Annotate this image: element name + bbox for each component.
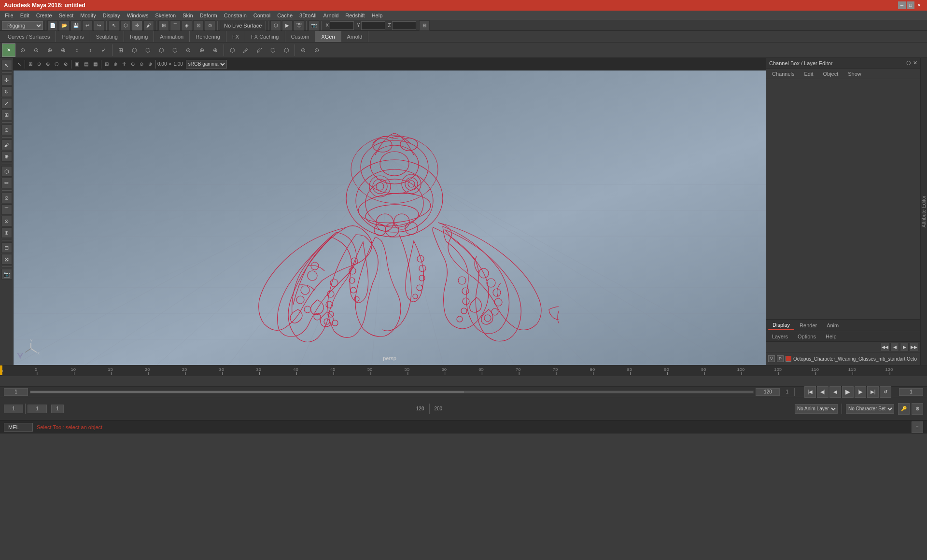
xgen-icon-1[interactable]: ⊙ — [16, 44, 29, 56]
vp-btn-9[interactable]: ⊞ — [103, 61, 111, 67]
layer-color-swatch[interactable] — [786, 356, 791, 362]
menu-deform[interactable]: Deform — [197, 12, 220, 19]
le-subtab-help[interactable]: Help — [822, 333, 841, 340]
xgen-icon-11[interactable]: ⬡ — [155, 44, 168, 56]
tab-sculpting[interactable]: Sculpting — [90, 31, 124, 42]
tab-polygons[interactable]: Polygons — [56, 31, 90, 42]
select-tool-left[interactable]: ↖ — [1, 60, 12, 70]
rotate-left[interactable]: ↻ — [1, 86, 12, 97]
range-slider[interactable] — [30, 391, 754, 393]
frame-input-left[interactable] — [4, 405, 23, 413]
menu-edit[interactable]: Edit — [17, 12, 32, 19]
xgen-icon-16[interactable]: ⬡ — [226, 44, 239, 56]
xgen-icon-22[interactable]: ⊙ — [310, 44, 323, 56]
xgen-icon-6[interactable]: ↕ — [84, 44, 97, 56]
redo-btn[interactable]: ↪ — [94, 20, 104, 31]
menu-windows[interactable]: Windows — [124, 12, 152, 19]
menu-3dtoall[interactable]: 3DtoAll — [296, 12, 319, 19]
xgen-icon-19[interactable]: ⬡ — [267, 44, 279, 56]
lasso-left[interactable]: ⬡ — [1, 166, 12, 177]
camera-btn[interactable]: 📷 — [309, 20, 319, 31]
go-start-btn[interactable]: |◀ — [804, 386, 816, 398]
close-button[interactable]: ✕ — [915, 1, 923, 9]
tab-rigging[interactable]: Rigging — [124, 31, 154, 42]
vp-btn-6[interactable]: ▣ — [73, 61, 81, 67]
snap-curve-btn[interactable]: ⌒ — [170, 20, 181, 31]
le-subtab-layers[interactable]: Layers — [768, 333, 792, 340]
live-surface-label[interactable]: No Live Surface — [220, 21, 266, 30]
xgen-icon-18[interactable]: 🖊 — [253, 44, 266, 56]
snap-grid-btn[interactable]: ⊞ — [158, 20, 169, 31]
tab-custom[interactable]: Custom — [285, 31, 316, 42]
lasso-select-btn[interactable]: ⬡ — [120, 20, 131, 31]
xgen-icon-5[interactable]: ↕ — [70, 44, 83, 56]
vp-btn-11[interactable]: ✛ — [120, 61, 128, 67]
le-tab-display[interactable]: Display — [768, 321, 794, 330]
xgen-icon-3[interactable]: ⊕ — [43, 44, 56, 56]
xgen-icon-8[interactable]: ⊞ — [114, 44, 127, 56]
vp-btn-2[interactable]: ⊙ — [35, 61, 43, 67]
le-prev-btn[interactable]: ◀◀ — [881, 343, 889, 351]
y-coord-input[interactable] — [361, 21, 385, 30]
layer-v-toggle[interactable]: V — [768, 355, 775, 362]
paint-brush-btn[interactable]: 🖌 — [143, 20, 154, 31]
attribute-editor-panel[interactable]: Attribute Editor — [920, 58, 927, 365]
le-next2-btn[interactable]: ▶▶ — [910, 343, 918, 351]
select-tool-btn[interactable]: ↖ — [109, 20, 119, 31]
new-scene-btn[interactable]: 📄 — [47, 20, 58, 31]
vp-btn-7[interactable]: ▤ — [82, 61, 90, 67]
xgen-icon-15[interactable]: ⊕ — [209, 44, 222, 56]
tab-rendering[interactable]: Rendering — [190, 31, 226, 42]
cb-tab-edit[interactable]: Edit — [800, 70, 817, 78]
menu-select[interactable]: Select — [56, 12, 77, 19]
move-left[interactable]: ✛ — [1, 75, 12, 85]
timeline-ruler[interactable]: 1 5 10 15 20 25 30 — [0, 365, 927, 376]
open-scene-btn[interactable]: 📂 — [59, 20, 70, 31]
xgen-icon-14[interactable]: ⊕ — [196, 44, 208, 56]
xgen-icon-0[interactable]: ✕ — [2, 43, 15, 57]
paint-skin-left[interactable]: 🖌 — [1, 140, 12, 150]
menu-skeleton[interactable]: Skeleton — [152, 12, 179, 19]
mel-button[interactable]: MEL — [4, 423, 33, 432]
frame-input-2[interactable] — [28, 405, 47, 413]
xgen-icon-7[interactable]: ✓ — [98, 44, 110, 56]
menu-create[interactable]: Create — [33, 12, 55, 19]
abs-rel-btn[interactable]: ⊟ — [419, 20, 430, 31]
render-settings-btn[interactable]: ⬡ — [270, 20, 281, 31]
xgen-icon-10[interactable]: ⬡ — [141, 44, 154, 56]
snap-surface-btn[interactable]: ⊡ — [193, 20, 204, 31]
attribute-editor-label[interactable]: Attribute Editor — [921, 196, 927, 227]
tab-fx-caching[interactable]: FX Caching — [245, 31, 285, 42]
x-coord-input[interactable] — [330, 21, 354, 30]
z-coord-input[interactable] — [392, 21, 416, 30]
transform-left[interactable]: ⊞ — [1, 110, 12, 120]
current-frame-right[interactable] — [899, 388, 923, 396]
menu-constrain[interactable]: Constrain — [221, 12, 250, 19]
tab-fx[interactable]: FX — [226, 31, 245, 42]
snap-point-btn[interactable]: ◈ — [182, 20, 192, 31]
xgen-icon-9[interactable]: ⬡ — [128, 44, 140, 56]
minimize-button[interactable]: ─ — [898, 1, 906, 9]
xgen-icon-17[interactable]: 🖊 — [239, 44, 252, 56]
soft-select-left[interactable]: ⊙ — [1, 125, 12, 135]
scale-left[interactable]: ⤢ — [1, 98, 12, 109]
vp-btn-gamma[interactable]: sRGB gamma Linear — [186, 60, 227, 69]
vp-btn-10[interactable]: ⊕ — [112, 61, 119, 67]
vp-btn-13[interactable]: ⊙ — [138, 61, 145, 67]
menu-display[interactable]: Display — [100, 12, 123, 19]
menu-modify[interactable]: Modify — [77, 12, 98, 19]
paint-left[interactable]: ✏ — [1, 178, 12, 188]
key-all-btn[interactable]: ⚙ — [912, 403, 923, 415]
tab-arnold[interactable]: Arnold — [341, 31, 369, 42]
status-right-btn[interactable]: ≡ — [912, 421, 923, 433]
le-prev2-btn[interactable]: ◀ — [890, 343, 899, 351]
rig-left[interactable]: ⊟ — [1, 242, 12, 253]
next-frame-btn[interactable]: |▶ — [855, 386, 866, 398]
save-scene-btn[interactable]: 💾 — [70, 20, 81, 31]
play-btn[interactable]: ▶ — [842, 386, 854, 398]
xgen-icon-21[interactable]: ⊘ — [297, 44, 309, 56]
vp-btn-3[interactable]: ⊕ — [44, 61, 52, 67]
cb-float-btn[interactable]: ⬡ — [906, 60, 911, 66]
3d-canvas[interactable]: persp X Y ⛛ — [14, 70, 766, 365]
menu-skin[interactable]: Skin — [180, 12, 196, 19]
